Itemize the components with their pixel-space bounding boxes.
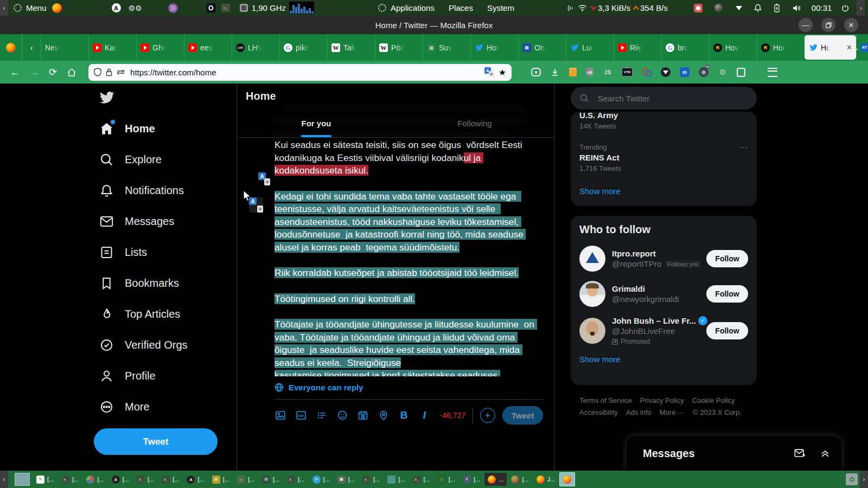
user-name[interactable]: Grimaldi (612, 284, 679, 293)
tab-youtube-2[interactable]: Gho (136, 34, 184, 61)
task-button-app[interactable]: [... (384, 473, 408, 486)
expand-drawer-icon[interactable] (820, 447, 831, 459)
footer-link[interactable]: Cookie Policy (692, 396, 735, 404)
schedule-icon[interactable] (357, 410, 368, 421)
task-button-terminal[interactable]: >_[... (359, 473, 383, 486)
task-button-stats[interactable]: [... (83, 473, 107, 486)
trend-title[interactable]: U.S. Army (579, 112, 748, 120)
task-button-terminal[interactable]: >_[... (133, 473, 157, 486)
task-button-terminal[interactable]: >_[... (58, 473, 82, 486)
avatar[interactable] (579, 246, 605, 272)
show-desktop-widget[interactable] (15, 473, 30, 486)
follow-button[interactable]: Follow (706, 285, 748, 303)
italic-icon[interactable]: I (419, 410, 430, 421)
url-bar[interactable]: A≋ ★ (88, 64, 512, 81)
gesture-extension-icon[interactable] (737, 68, 745, 77)
panel-collapse-left-icon[interactable]: ‹ (0, 0, 8, 16)
tab-suvi[interactable]: ▦Suvi (423, 34, 470, 61)
task-button-firefox[interactable]: [... (508, 473, 532, 486)
tray-dropdown-icon[interactable] (736, 6, 742, 10)
panel-collapse-right-icon[interactable]: › (857, 0, 865, 16)
trend-more-icon[interactable]: ··· (739, 143, 748, 151)
search-box[interactable] (571, 87, 757, 110)
taskbar-collapse-right-icon[interactable]: › (860, 471, 868, 488)
tab-wikipedia-2[interactable]: WPöö (375, 34, 423, 61)
task-button-folder[interactable]: ▤[... (259, 473, 283, 486)
tab-new[interactable]: New (41, 34, 88, 61)
back-button[interactable]: ← (10, 67, 20, 78)
proxy-us-icon[interactable]: ◍ (699, 67, 709, 77)
new-message-icon[interactable] (794, 447, 806, 459)
add-tweet-icon[interactable]: + (480, 408, 495, 423)
user-name[interactable]: John Bush – Live Fr... (612, 316, 696, 325)
firefox-menu-icon[interactable] (6, 43, 16, 53)
location-icon[interactable] (378, 410, 389, 421)
power-icon[interactable] (841, 4, 849, 12)
tor-browser-icon[interactable]: ))) (168, 3, 178, 13)
new-tab-icon[interactable]: + (837, 42, 843, 54)
messages-drawer[interactable]: Messages (627, 436, 841, 471)
minimize-button[interactable]: — (799, 18, 813, 32)
follow-button[interactable]: Follow (706, 250, 748, 267)
avatar[interactable] (579, 281, 605, 307)
lock-icon[interactable] (106, 68, 112, 76)
battery-icon[interactable] (774, 3, 780, 12)
task-button-tor[interactable]: [... (435, 473, 458, 486)
tab-wikipedia-1[interactable]: WTalv (327, 34, 375, 61)
tab-scroll-left-icon[interactable]: ‹ (22, 34, 41, 61)
v-extension-icon[interactable] (661, 67, 671, 77)
task-button-calculator[interactable]: ⊞[... (209, 473, 233, 486)
search-input[interactable] (597, 93, 735, 104)
sidebar-item-notifications[interactable]: Notifications (84, 177, 236, 204)
home-button[interactable] (67, 68, 76, 77)
task-button-search[interactable]: A[... (108, 473, 132, 486)
tab-following[interactable]: Following (395, 109, 554, 137)
footer-link[interactable]: More ··· (660, 408, 685, 416)
id-extension-icon[interactable]: iD (680, 67, 690, 77)
footer-link[interactable]: Terms of Service (579, 396, 632, 404)
bookmark-star-icon[interactable]: ★ (499, 67, 506, 78)
follow-suggestion-row[interactable]: John Bush – Live Fr...✓ @JohnBLiveFree P… (579, 316, 748, 345)
pocket-icon[interactable]: ∨ (531, 68, 541, 76)
sidebar-item-lists[interactable]: Lists (84, 239, 236, 266)
shield-permissions-icon[interactable] (94, 68, 101, 76)
sidebar-item-profile[interactable]: Profile (84, 362, 236, 389)
close-button[interactable]: ✕ (844, 18, 858, 32)
trend-title[interactable]: REINS Act (579, 153, 748, 162)
task-button-archive[interactable]: ▦[... (334, 473, 358, 486)
sidebar-item-messages[interactable]: Messages (84, 208, 236, 235)
sidebar-item-bookmarks[interactable]: Bookmarks (84, 269, 236, 297)
url-input[interactable] (129, 67, 484, 78)
search-tool-icon[interactable]: A (112, 3, 121, 12)
tab-lhv[interactable]: LHVLHV (232, 34, 279, 61)
sidebar-item-verified-orgs[interactable]: Verified Orgs (84, 331, 236, 358)
task-button-firefox-active[interactable] (559, 472, 575, 486)
tab-r-1[interactable]: RHow (709, 34, 757, 61)
gear-extension-icon[interactable]: ⚙ (718, 67, 727, 77)
translate-tweet-icon[interactable]: A≋ (258, 172, 270, 185)
system-menu[interactable]: System (487, 3, 514, 12)
footer-link[interactable]: Ads info (626, 408, 652, 416)
wifi-icon[interactable] (578, 4, 587, 12)
places-menu[interactable]: Places (449, 3, 473, 12)
downloads-icon[interactable] (550, 67, 560, 77)
restore-button[interactable] (821, 18, 835, 32)
forward-button[interactable]: → (29, 67, 39, 78)
task-button-terminal[interactable]: >_[... (284, 473, 308, 486)
avatar[interactable] (579, 318, 605, 344)
trending-show-more-link[interactable]: Show more (579, 187, 748, 196)
sidebar-item-home[interactable]: Home (84, 115, 236, 142)
sidebar-item-explore[interactable]: Explore (84, 146, 236, 173)
task-button-downloads[interactable]: ⇩[... (459, 473, 483, 486)
task-button-telegram[interactable]: ➤[... (309, 473, 333, 486)
task-button-editor[interactable]: ✎[... (33, 473, 57, 486)
app-menu-icon[interactable] (768, 68, 777, 77)
tab-google-2[interactable]: Gbro (661, 34, 709, 61)
notifications-bell-icon[interactable] (754, 4, 762, 12)
media-icon[interactable] (275, 410, 286, 421)
firefox-launcher-icon[interactable] (52, 3, 62, 13)
sidebar-item-top-articles[interactable]: Top Articles (84, 300, 236, 328)
task-button-firefox[interactable]: ... (484, 473, 507, 486)
settings-gears-icon[interactable]: ⚙⚙ (129, 4, 142, 12)
task-button-files-home[interactable]: ⌂[... (234, 473, 258, 486)
